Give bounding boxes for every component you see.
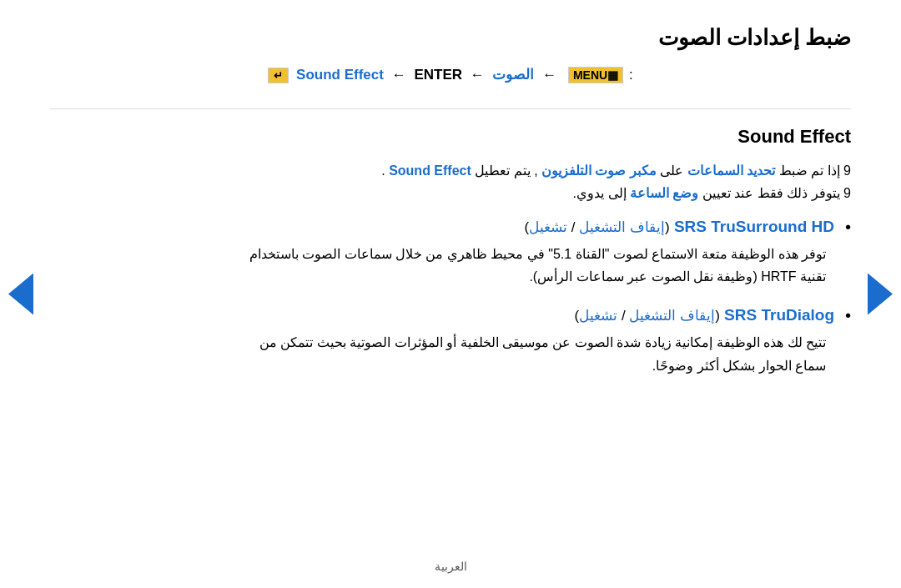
toggle-off-2: إيقاف التشغيل [629, 308, 715, 324]
footer-text: العربية [435, 560, 467, 573]
feature-trusurround-header: • SRS TruSurround HD (إيقاف التشغيل / تش… [50, 218, 851, 236]
nav-arrow-right[interactable] [868, 274, 893, 315]
page-title: ضبط إعدادات الصوت [50, 25, 851, 51]
feature-trusurround-desc-line2: تقنية HRTF (وظيفة نقل الصوت عبر سماعات ا… [529, 269, 826, 284]
note2-before: يتوفر ذلك فقط عند تعيين [698, 186, 839, 200]
note1-before: إذا تم ضبط [775, 163, 839, 178]
note2-after: إلى يدوي. [573, 186, 627, 200]
feature-trudialog: • SRS TruDialog (إيقاف التشغيل / تشغيل) … [50, 306, 851, 376]
note1-blue1: تحديد السماعات [687, 163, 775, 178]
note1-end: . [381, 163, 385, 178]
note2-blue: وضع الساعة [630, 186, 698, 200]
bullet1: • [845, 218, 851, 235]
nav-arrow-left[interactable] [8, 274, 33, 315]
feature-trusurround-desc-line1: توفر هذه الوظيفة متعة الاستماع لصوت "الق… [249, 247, 826, 261]
feature-trudialog-desc-line2: سماع الحوار بشكل أكثر وضوحًا. [652, 359, 826, 373]
note1-mid1: على [657, 163, 683, 178]
notes-list: إذا تم ضبط تحديد السماعات على مكبر صوت ا… [50, 163, 851, 201]
feature-trudialog-desc-line1: تتيح لك هذه الوظيفة إمكانية زيادة شدة ال… [259, 335, 826, 349]
divider [50, 108, 851, 109]
menu-icon: ▦MENU [568, 67, 623, 83]
feature-trusurround-desc: توفر هذه الوظيفة متعة الاستماع لصوت "الق… [50, 243, 851, 288]
section-title: Sound Effect [50, 126, 851, 148]
note1-blue3: Sound Effect [389, 163, 471, 178]
breadcrumb-link-effect[interactable]: Sound Effect [296, 67, 384, 83]
breadcrumb: : ▦MENU ← الصوت ← Sound Effect ← ENTER ↵ [50, 66, 851, 83]
breadcrumb-colon: : [629, 67, 633, 83]
arrow1: ← [542, 67, 556, 83]
feature-trudialog-header: • SRS TruDialog (إيقاف التشغيل / تشغيل) [50, 306, 851, 324]
bullet2: • [845, 306, 851, 324]
toggle-on-2: تشغيل [579, 308, 617, 324]
note1-blue2: مكبر صوت التلفزيون [541, 163, 657, 178]
enter-icon: ↵ [268, 68, 289, 83]
feature-trusurround-paren: (إيقاف التشغيل / تشغيل) [524, 219, 669, 235]
page-container: ضبط إعدادات الصوت : ▦MENU ← الصوت ← Soun… [0, 0, 901, 588]
feature-trudialog-desc: تتيح لك هذه الوظيفة إمكانية زيادة شدة ال… [50, 331, 851, 376]
arrow2: ← [471, 67, 485, 83]
toggle-off-1: إيقاف التشغيل [579, 219, 665, 235]
arrow3: ← [392, 67, 406, 83]
note-item-2: يتوفر ذلك فقط عند تعيين وضع الساعة إلى ي… [50, 185, 851, 201]
feature-trusurround: • SRS TruSurround HD (إيقاف التشغيل / تش… [50, 218, 851, 288]
breadcrumb-enter-text: ENTER [414, 67, 462, 83]
feature-trusurround-name: SRS TruSurround HD [674, 218, 834, 235]
feature-trudialog-name: SRS TruDialog [724, 306, 834, 324]
toggle-on-1: تشغيل [529, 219, 567, 235]
breadcrumb-link-sound[interactable]: الصوت [492, 67, 534, 83]
feature-trudialog-paren: (إيقاف التشغيل / تشغيل) [575, 308, 720, 324]
note-item-1: إذا تم ضبط تحديد السماعات على مكبر صوت ا… [50, 163, 851, 178]
note1-mid2: , يتم تعطيل [471, 163, 538, 178]
